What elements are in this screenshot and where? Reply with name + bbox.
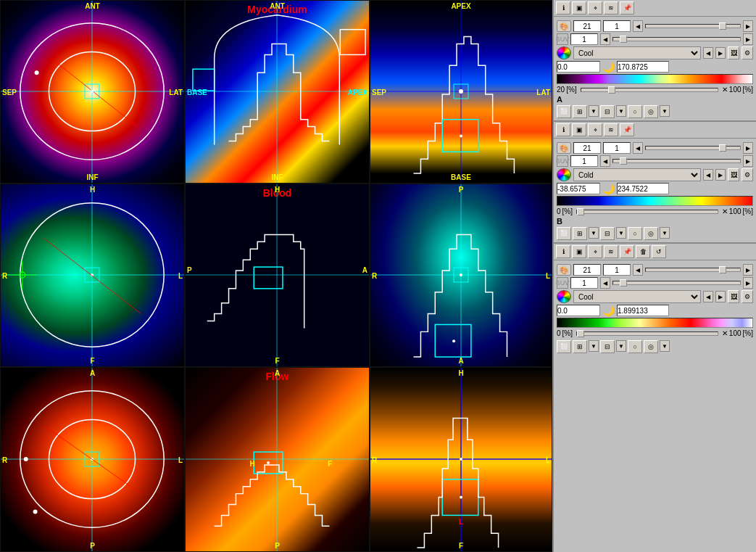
myocardium-sagittal[interactable]: APEX BASE SEP LAT [370, 0, 552, 184]
myocardium-long-axis-h[interactable]: Myocardium ANT INF BASE APEX [185, 0, 370, 184]
suv-left-b[interactable]: ◀ [600, 155, 610, 167]
cm-right-b[interactable]: ▶ [715, 169, 726, 181]
colorwheel-b[interactable] [557, 168, 571, 181]
wave-btn-a[interactable]: ≋ [604, 1, 618, 15]
suv-left-c[interactable]: ◀ [600, 277, 610, 289]
overlay-btn-b[interactable]: ⊟ [600, 227, 615, 240]
circle-btn-a[interactable]: ○ [628, 105, 642, 118]
cm-icon2-c[interactable]: ⚙ [742, 290, 753, 303]
frame-right-a[interactable]: ▶ [743, 20, 753, 32]
suv-left-a[interactable]: ◀ [600, 33, 610, 45]
blood-short-axis[interactable]: H F R L [0, 184, 185, 367]
target-arrow-b[interactable]: ▼ [660, 227, 670, 239]
max-val-c[interactable] [617, 305, 669, 316]
target-arrow-c[interactable]: ▼ [660, 340, 670, 352]
info-btn-b[interactable]: ℹ [556, 123, 570, 136]
flow-long-axis[interactable]: Flow A P H F [185, 367, 370, 552]
suv-slider-a[interactable] [612, 37, 741, 41]
suv-input-b[interactable] [570, 155, 598, 167]
frame-thumb-c[interactable] [719, 266, 726, 273]
suv-input-a[interactable] [570, 33, 598, 45]
frame-input-a[interactable] [573, 20, 601, 32]
frame-input-b[interactable] [573, 142, 601, 154]
moon-icon-c[interactable]: 🌙 [602, 305, 615, 316]
overlay-btn-c[interactable]: ⊟ [600, 340, 615, 353]
grid-arrow-c[interactable]: ▼ [589, 340, 599, 352]
cm-left-a[interactable]: ◀ [703, 47, 713, 59]
colorwheel-a[interactable] [557, 46, 571, 59]
target-btn-b[interactable]: ◎ [644, 227, 658, 240]
frame-right-c[interactable]: ▶ [743, 264, 753, 276]
cm-right-a[interactable]: ▶ [715, 47, 726, 59]
frame-right-b[interactable]: ▶ [743, 142, 753, 154]
suv-slider-b[interactable] [612, 159, 741, 163]
grid-arrow-b[interactable]: ▼ [589, 227, 599, 239]
frame-slider-b[interactable] [645, 146, 741, 150]
cm-icon2-a[interactable]: ⚙ [742, 46, 753, 59]
pin-btn-c[interactable]: 📌 [620, 245, 634, 258]
grid-btn-c[interactable]: ⊞ [573, 340, 587, 353]
suv-thumb-a[interactable] [620, 36, 627, 43]
suv-right-c[interactable]: ▶ [743, 277, 753, 289]
flow-short-axis[interactable]: A P R L [0, 367, 185, 552]
frame-input-c[interactable] [573, 264, 601, 276]
moon-icon-b[interactable]: 🌙 [602, 183, 615, 194]
cm-icon1-a[interactable]: 🖼 [728, 46, 739, 59]
moon-icon-a[interactable]: 🌙 [602, 61, 615, 73]
extra-btn-c1[interactable]: 🗑 [636, 245, 650, 258]
info-btn-a[interactable]: ℹ [556, 1, 570, 15]
max-val-a[interactable] [617, 61, 669, 73]
roi-btn-b[interactable]: ⌖ [588, 123, 602, 136]
frame-slider-c[interactable] [645, 268, 741, 272]
range-slider-a[interactable] [581, 88, 718, 92]
suv-right-a[interactable]: ▶ [743, 33, 753, 45]
colormap-select-a[interactable]: Cool Cold Hot Gray [573, 46, 701, 59]
frame-left-b[interactable]: ◀ [633, 142, 643, 154]
target-btn-a[interactable]: ◎ [644, 105, 658, 118]
display-btn-a[interactable]: ▣ [572, 1, 586, 15]
myocardium-short-axis[interactable]: ANT INF SEP LAT [0, 0, 185, 184]
subframe-input-c[interactable] [603, 264, 631, 276]
colormap-select-b[interactable]: Cool Cold Hot Gray [573, 168, 701, 181]
overlay-btn-a[interactable]: ⊟ [600, 105, 615, 118]
roi-btn-c[interactable]: ⌖ [588, 245, 602, 258]
overlay-arrow-c[interactable]: ▼ [616, 340, 626, 352]
display-btn-c[interactable]: ▣ [572, 245, 586, 258]
frame-thumb-b[interactable] [719, 144, 726, 152]
target-arrow-a[interactable]: ▼ [660, 105, 670, 117]
circle-btn-c[interactable]: ○ [628, 340, 642, 353]
range-thumb-a[interactable] [608, 86, 615, 94]
grid-btn-a[interactable]: ⊞ [573, 105, 587, 118]
frame-left-a[interactable]: ◀ [633, 20, 643, 32]
subframe-input-a[interactable] [603, 20, 631, 32]
suv-right-b[interactable]: ▶ [743, 155, 753, 167]
subframe-input-b[interactable] [603, 142, 631, 154]
grid-btn-b[interactable]: ⊞ [573, 227, 587, 240]
suv-input-c[interactable] [570, 277, 598, 289]
frame-left-c[interactable]: ◀ [633, 264, 643, 276]
frame-thumb-a[interactable] [719, 22, 726, 30]
overlay-arrow-b[interactable]: ▼ [616, 227, 626, 239]
cm-icon1-b[interactable]: 🖼 [728, 168, 739, 181]
pin-btn-b[interactable]: 📌 [620, 123, 634, 136]
suv-thumb-b[interactable] [620, 157, 627, 165]
wave-btn-b[interactable]: ≋ [604, 123, 618, 136]
frame-slider-a[interactable] [645, 24, 741, 28]
flow-sagittal[interactable]: H L R L F [370, 367, 552, 552]
cm-left-b[interactable]: ◀ [703, 169, 713, 181]
colorwheel-c[interactable] [557, 290, 571, 303]
range-thumb-b[interactable] [577, 208, 584, 215]
display-btn-b[interactable]: ▣ [572, 123, 586, 136]
cm-right-c[interactable]: ▶ [715, 291, 726, 302]
range-thumb-c[interactable] [577, 330, 584, 337]
colormap-select-c[interactable]: Cool Cold Hot Gray [573, 290, 701, 303]
pin-btn-a[interactable]: 📌 [620, 1, 634, 15]
invert-btn-c[interactable]: ⬜ [557, 340, 571, 353]
min-val-b[interactable] [557, 183, 600, 194]
invert-btn-a[interactable]: ⬜ [557, 105, 571, 118]
overlay-arrow-a[interactable]: ▼ [616, 105, 626, 117]
range-slider-b[interactable] [576, 210, 718, 214]
max-val-b[interactable] [617, 183, 669, 194]
suv-slider-c[interactable] [612, 281, 741, 285]
min-val-c[interactable] [557, 305, 600, 316]
